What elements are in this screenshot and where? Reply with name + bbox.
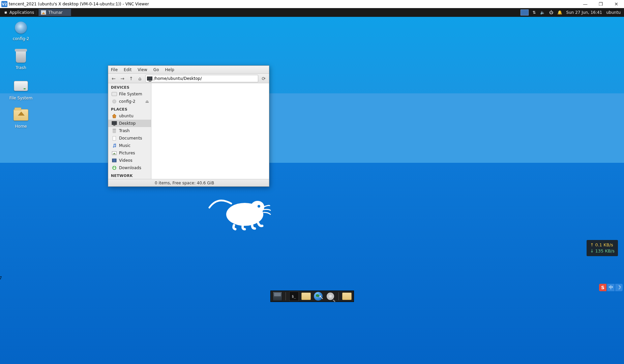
svg-rect-8 [112, 159, 113, 162]
sidebar-item-desktop[interactable]: Desktop [108, 120, 151, 127]
system-tray: ⇅ 🔈 ⏻ 🔔 Sun 27 Jun, 16:41 ubuntu [533, 10, 623, 15]
eject-icon[interactable]: ⏏ [145, 99, 149, 104]
desktop-icon-home[interactable]: Home [5, 109, 37, 129]
menu-help[interactable]: Help [165, 67, 174, 72]
menu-file[interactable]: File [111, 67, 118, 72]
desktop-icon-label: config-2 [5, 36, 37, 41]
nav-up-button[interactable]: ↑ [128, 75, 135, 82]
xfce-top-panel: Applications Thunar ⇅ 🔈 ⏻ 🔔 Sun 27 Jun, … [0, 8, 624, 17]
dock-separator [286, 292, 286, 300]
desktop-icon-label: Home [5, 124, 37, 129]
svg-point-1 [6, 11, 7, 12]
upload-speed: ↑ 0.1 KB/s [590, 242, 615, 248]
applications-menu-button[interactable]: Applications [1, 10, 36, 15]
menu-edit[interactable]: Edit [124, 67, 131, 72]
thunar-statusbar: 0 items, Free space: 40.6 GiB [108, 179, 269, 186]
thunar-task-icon [41, 10, 46, 15]
sidebar-item-label: Trash [119, 128, 130, 133]
dock-web-browser[interactable] [314, 292, 323, 301]
desktop-icon-config2[interactable]: config-2 [5, 22, 37, 41]
desktop-icon-label: File System [5, 96, 37, 100]
sidebar-item-label: Music [119, 143, 130, 148]
applications-menu-label: Applications [9, 10, 34, 15]
svg-point-4 [258, 205, 260, 208]
desktop-icon-trash[interactable]: Trash [5, 51, 37, 70]
folder-icon [301, 293, 311, 300]
thunar-window: File Edit View Go Help ← → ↑ ⌂ ⟳ DEVICES… [108, 65, 269, 187]
path-bar[interactable] [145, 75, 258, 82]
status-text: 0 items, Free space: 40.6 GiB [155, 181, 214, 185]
sidebar-item-music[interactable]: Music [108, 142, 151, 149]
disc-icon [112, 99, 116, 103]
sidebar-item-label: Documents [119, 136, 142, 141]
notifications-tray-icon[interactable]: 🔔 [557, 10, 562, 15]
nav-forward-button[interactable]: → [119, 75, 126, 82]
pictures-icon [112, 151, 117, 155]
vnc-titlebar: V2 tencent_2021 (ubuntu's X desktop (VM-… [0, 0, 624, 8]
workspace-switcher[interactable] [521, 9, 529, 16]
thunar-file-view[interactable] [151, 83, 269, 179]
dock-file-manager[interactable] [301, 292, 311, 301]
path-input[interactable] [154, 76, 257, 81]
desktop-icon [112, 121, 117, 126]
trash-icon [113, 129, 116, 133]
vnc-window-title: tencent_2021 (ubuntu's X desktop (VM-0-1… [9, 2, 149, 6]
sidebar-item-documents[interactable]: Documents [108, 134, 151, 142]
globe-icon [314, 292, 323, 301]
folder-icon [342, 293, 352, 300]
sidebar-item-filesystem[interactable]: File System [108, 90, 151, 98]
thunar-toolbar: ← → ↑ ⌂ ⟳ [108, 74, 269, 83]
xfce-mouse-icon [3, 10, 8, 15]
reload-button[interactable]: ⟳ [260, 75, 267, 82]
sidebar-item-trash[interactable]: Trash [108, 127, 151, 134]
sidebar-item-pictures[interactable]: Pictures [108, 149, 151, 157]
nav-home-button[interactable]: ⌂ [137, 75, 143, 82]
dock-terminal[interactable]: $_ [289, 292, 299, 301]
folder-home-icon [13, 109, 28, 121]
dock-home-folder[interactable] [342, 292, 352, 301]
nav-back-button[interactable]: ← [110, 75, 117, 82]
home-icon [112, 113, 117, 119]
ime-indicator[interactable]: S 中 ☽ [599, 284, 623, 291]
sidebar-item-label: Downloads [119, 165, 141, 170]
desktop-icon-label: Trash [5, 65, 37, 70]
sidebar-item-downloads[interactable]: Downloads [108, 164, 151, 172]
ime-language-icon: 中 [607, 284, 615, 291]
volume-tray-icon[interactable]: 🔈 [540, 10, 545, 15]
ime-mode-icon: ☽ [615, 284, 623, 291]
sidebar-head-devices: DEVICES [108, 83, 151, 90]
desktop-icon-filesystem[interactable]: File System [5, 80, 37, 100]
close-button[interactable]: ✕ [608, 0, 624, 8]
session-user-label[interactable]: ubuntu [606, 10, 621, 15]
sidebar-item-label: ubuntu [119, 114, 133, 118]
svg-rect-5 [112, 121, 117, 125]
dock-show-desktop[interactable] [273, 292, 282, 301]
xfce-dock: $_ [270, 291, 354, 302]
dock-app-finder[interactable] [326, 292, 335, 301]
power-tray-icon[interactable]: ⏻ [549, 10, 553, 15]
panel-clock[interactable]: Sun 27 Jun, 16:41 [566, 10, 602, 15]
sidebar-item-ubuntu-home[interactable]: ubuntu [108, 112, 151, 120]
drive-icon [14, 81, 28, 91]
path-device-icon [147, 77, 152, 81]
sidebar-item-config2[interactable]: config-2 ⏏ [108, 98, 151, 105]
network-tray-icon[interactable]: ⇅ [533, 10, 536, 15]
sidebar-item-videos[interactable]: Videos [108, 157, 151, 164]
sidebar-item-label: Pictures [119, 151, 135, 155]
minimize-button[interactable]: — [577, 0, 593, 8]
svg-rect-6 [113, 125, 115, 126]
dock-separator [338, 292, 339, 300]
taskbar-item-thunar[interactable]: Thunar [38, 9, 71, 16]
menu-go[interactable]: Go [153, 67, 159, 72]
videos-icon [112, 158, 117, 163]
menu-view[interactable]: View [138, 67, 147, 72]
downloads-icon [112, 165, 117, 171]
desktop[interactable]: config-2 Trash File System Home File Edi… [0, 17, 624, 364]
sidebar-item-label: Desktop [119, 121, 136, 126]
maximize-button[interactable]: ❐ [593, 0, 608, 8]
thunar-menubar: File Edit View Go Help [108, 66, 269, 74]
search-icon [327, 293, 334, 300]
sidebar-head-network: NETWORK [108, 172, 151, 179]
ime-sogou-icon: S [599, 284, 606, 291]
taskbar-item-label: Thunar [48, 10, 62, 15]
